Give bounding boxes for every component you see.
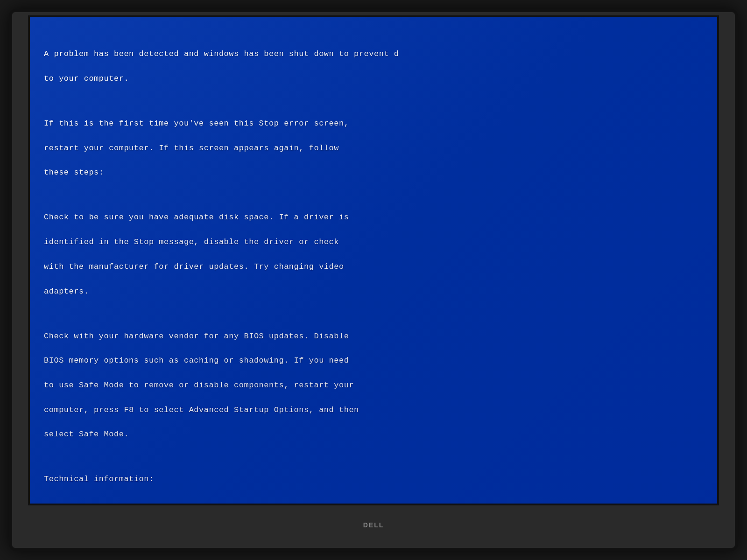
bsod-screen: A problem has been detected and windows … [28, 15, 719, 505]
bsod-text: A problem has been detected and windows … [44, 36, 717, 505]
monitor-bottom-bezel: DELL [28, 507, 719, 545]
bsod-line-7 [44, 191, 717, 199]
bsod-line-11: adapters. [44, 286, 717, 298]
bsod-line-18 [44, 453, 717, 461]
bsod-line-2: to your computer. [44, 73, 717, 85]
bsod-line-5: restart your computer. If this screen ap… [44, 142, 717, 154]
bsod-line-15: to use Safe Mode to remove or disable co… [44, 379, 717, 392]
bsod-line-14: BIOS memory options such as caching or s… [44, 355, 717, 367]
bsod-line-3 [44, 98, 717, 105]
bsod-line-16: computer, press F8 to select Advanced St… [44, 404, 717, 416]
bsod-line-1: A problem has been detected and windows … [44, 48, 717, 60]
monitor: A problem has been detected and windows … [9, 9, 738, 551]
bsod-line-19: Technical information: [44, 473, 717, 485]
dell-brand-text: DELL [363, 521, 384, 529]
bsod-line-12 [44, 310, 717, 318]
bsod-line-4: If this is the first time you've seen th… [44, 118, 717, 130]
bsod-line-13: Check with your hardware vendor for any … [44, 330, 717, 343]
bsod-line-20 [44, 498, 717, 505]
dell-logo: DELL [363, 523, 384, 529]
bsod-line-6: these steps: [44, 167, 717, 179]
bsod-line-8: Check to be sure you have adequate disk … [44, 211, 717, 224]
bsod-line-9: identified in the Stop message, disable … [44, 236, 717, 248]
bsod-line-10: with the manufacturer for driver updates… [44, 261, 717, 273]
bsod-line-17: select Safe Mode. [44, 428, 717, 441]
